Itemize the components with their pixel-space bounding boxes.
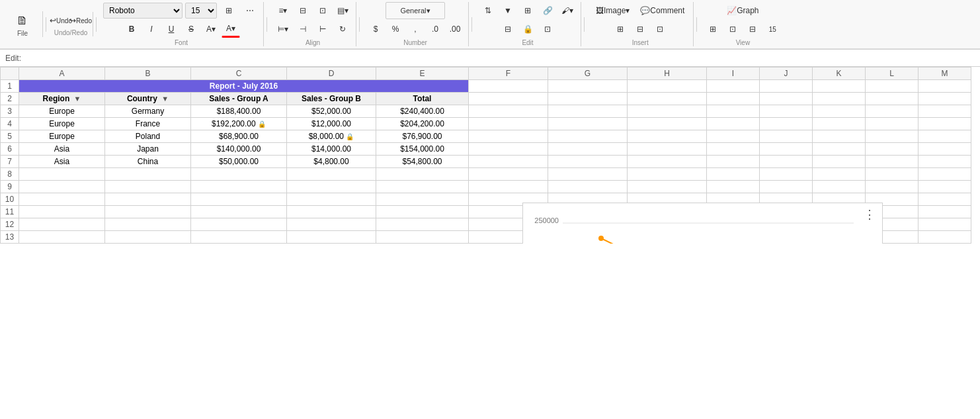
underline-button[interactable]: U	[162, 21, 181, 38]
borders-button[interactable]: ⊞	[220, 2, 238, 19]
valign-button[interactable]: ⊨▾	[274, 21, 292, 38]
strikethrough-button[interactable]: S	[182, 21, 200, 38]
header-region[interactable]: Region ▼	[19, 93, 105, 105]
cell-2L[interactable]	[866, 93, 919, 105]
header-country[interactable]: Country ▼	[105, 93, 191, 105]
col-header-D[interactable]: D	[287, 68, 376, 80]
cell-5E[interactable]: $76,900.00	[376, 130, 469, 143]
cell-6D[interactable]: $14,000.00	[287, 143, 376, 156]
currency-button[interactable]: $	[366, 21, 385, 38]
col-header-B[interactable]: B	[105, 68, 191, 80]
col-header-L[interactable]: L	[866, 68, 919, 80]
header-sales-a[interactable]: Sales - Group A	[191, 93, 287, 105]
cell-1M[interactable]	[919, 80, 971, 93]
group-rows-button[interactable]: ⊞	[518, 2, 537, 19]
col-header-F[interactable]: F	[469, 68, 548, 80]
cell-4E[interactable]: $204,200.00	[376, 118, 469, 130]
percent-button[interactable]: %	[386, 21, 405, 38]
cell-1J[interactable]	[760, 80, 813, 93]
cell-1H[interactable]	[628, 80, 707, 93]
col-header-C[interactable]: C	[191, 68, 287, 80]
cell-3B[interactable]: Germany	[105, 105, 191, 118]
insert-rows-button[interactable]: ⊟	[631, 21, 649, 38]
view-btn1[interactable]: ⊞	[704, 21, 722, 38]
insert-cols-button[interactable]: ⊞	[611, 21, 630, 38]
insert-more-button[interactable]: ⊡	[651, 21, 669, 38]
col-header-H[interactable]: H	[628, 68, 707, 80]
col-header-I[interactable]: I	[707, 68, 760, 80]
cell-5D[interactable]: $8,000.00 🔒	[287, 130, 376, 143]
cell-1I[interactable]	[707, 80, 760, 93]
chart-menu-button[interactable]: ⋮	[864, 207, 876, 222]
header-total[interactable]: Total	[376, 93, 469, 105]
cell-3F[interactable]	[469, 105, 548, 118]
cell-2I[interactable]	[707, 93, 760, 105]
align-left-button[interactable]: ≡▾	[274, 2, 292, 19]
link-button[interactable]: 🔗	[538, 2, 557, 19]
wrap-button[interactable]: ⊟	[294, 2, 312, 19]
cell-5C[interactable]: $68,900.00	[191, 130, 287, 143]
view-btn3[interactable]: ⊟	[743, 21, 762, 38]
cell-2M[interactable]	[919, 93, 971, 105]
cell-3D[interactable]: $52,000.00	[287, 105, 376, 118]
col-header-K[interactable]: K	[813, 68, 866, 80]
sheets-icon-btn[interactable]: 🗎	[8, 11, 37, 30]
outdent-button[interactable]: ⊢	[313, 21, 332, 38]
font-select[interactable]: Roboto	[103, 3, 183, 19]
cell-4B[interactable]: France	[105, 118, 191, 130]
decrease-decimal-button[interactable]: .0	[426, 21, 444, 38]
edit-bar-input[interactable]	[26, 53, 975, 63]
cell-3E[interactable]: $240,400.00	[376, 105, 469, 118]
view-btn4[interactable]: 15	[763, 21, 782, 38]
cell-5A[interactable]: Europe	[19, 130, 105, 143]
title-cell[interactable]: Report - July 2016	[19, 80, 469, 93]
comment-button[interactable]: 💬 Comment	[635, 2, 689, 19]
cell-7A[interactable]: Asia	[19, 156, 105, 168]
cell-7D[interactable]: $4,800.00	[287, 156, 376, 168]
col-header-G[interactable]: G	[548, 68, 628, 80]
cell-5B[interactable]: Poland	[105, 130, 191, 143]
cell-4C[interactable]: $192,200.00 🔒	[191, 118, 287, 130]
cell-6E[interactable]: $154,000.00	[376, 143, 469, 156]
undo-button[interactable]: ↩ Undo	[52, 12, 70, 29]
italic-button[interactable]: I	[142, 21, 161, 38]
cell-7B[interactable]: China	[105, 156, 191, 168]
cell-1F[interactable]	[469, 80, 548, 93]
filter-button[interactable]: ▼	[499, 2, 517, 19]
filter-country-icon[interactable]: ▼	[161, 95, 169, 103]
bold-button[interactable]: B	[122, 21, 141, 38]
cell-2H[interactable]	[628, 93, 707, 105]
filter-region-icon[interactable]: ▼	[74, 95, 81, 103]
cell-2G[interactable]	[548, 93, 628, 105]
cell-1L[interactable]	[866, 80, 919, 93]
named-range-button[interactable]: ⊡	[538, 21, 557, 38]
sort-button[interactable]: ⇅	[479, 2, 497, 19]
image-button[interactable]: 🖼 Image ▾	[591, 2, 634, 19]
freeze-button[interactable]: ⊟	[499, 21, 517, 38]
more-formats-button[interactable]: ⋯	[241, 2, 259, 19]
col-header-M[interactable]: M	[919, 68, 971, 80]
cell-1G[interactable]	[548, 80, 628, 93]
header-sales-b[interactable]: Sales - Group B	[287, 93, 376, 105]
font-size-select[interactable]: 15	[185, 3, 217, 19]
col-header-J[interactable]: J	[760, 68, 813, 80]
font-color-button[interactable]: A▾	[222, 21, 240, 38]
cell-2F[interactable]	[469, 93, 548, 105]
number-format-dropdown[interactable]: General▾	[386, 2, 445, 19]
cell-6C[interactable]: $140,000.00	[191, 143, 287, 156]
col-header-A[interactable]: A	[19, 68, 105, 80]
cell-7E[interactable]: $54,800.00	[376, 156, 469, 168]
cell-4A[interactable]: Europe	[19, 118, 105, 130]
redo-button[interactable]: ↪ Redo	[71, 12, 90, 29]
cell-3A[interactable]: Europe	[19, 105, 105, 118]
graph-button[interactable]: 📈 Graph	[722, 2, 763, 19]
comma-button[interactable]: ,	[406, 21, 425, 38]
cell-4D[interactable]: $12,000.00	[287, 118, 376, 130]
paint-button[interactable]: 🖌▾	[558, 2, 577, 19]
fill-color-button[interactable]: A▾	[202, 21, 220, 38]
cell-2K[interactable]	[813, 93, 866, 105]
cell-2J[interactable]	[760, 93, 813, 105]
cell-1K[interactable]	[813, 80, 866, 93]
protect-button[interactable]: 🔒	[518, 21, 537, 38]
col-header-E[interactable]: E	[376, 68, 469, 80]
